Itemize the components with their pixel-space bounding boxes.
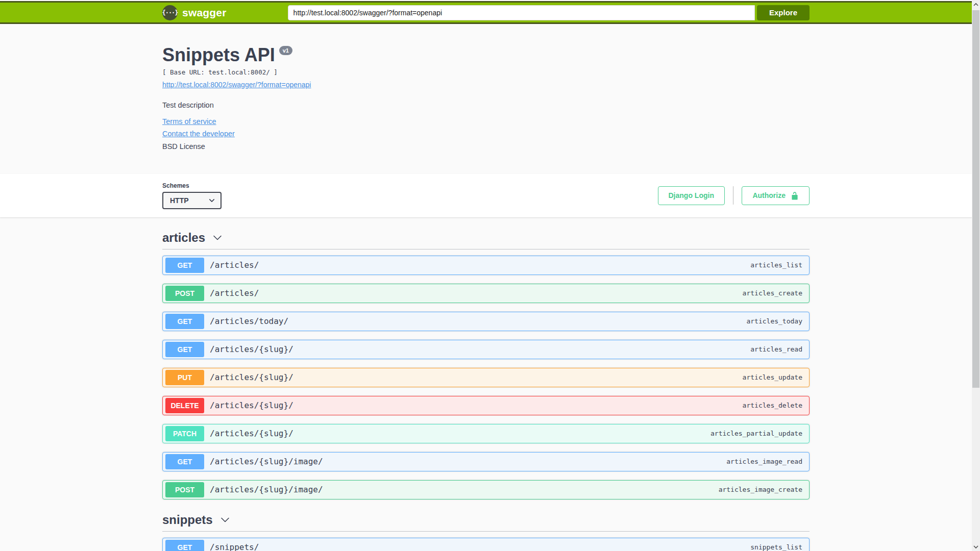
method-badge: GET <box>165 258 204 273</box>
method-badge: PATCH <box>165 426 204 441</box>
operation-path: /articles/{slug}/ <box>210 429 293 438</box>
operation-id: articles_today <box>746 317 802 325</box>
django-login-button[interactable]: Django Login <box>658 186 725 205</box>
version-badge: v1 <box>279 46 292 55</box>
django-login-label: Django Login <box>669 191 714 199</box>
section-header[interactable]: snippets <box>162 513 810 532</box>
operation-path: /articles/ <box>210 288 259 298</box>
license-text: BSD License <box>162 142 810 151</box>
operation-row[interactable]: GET /articles/{slug}/ articles_read <box>162 340 810 359</box>
info-section: Snippets API v1 [ Base URL: test.local:8… <box>0 24 972 174</box>
schemes-label: Schemes <box>162 182 222 189</box>
terms-of-service-link[interactable]: Terms of service <box>162 117 216 126</box>
schemes-block: Schemes HTTP <box>162 182 222 209</box>
operation-id: articles_create <box>743 289 802 297</box>
base-url: [ Base URL: test.local:8002/ ] <box>162 68 810 76</box>
operation-id: articles_partial_update <box>710 430 802 437</box>
operation-row[interactable]: POST /articles/ articles_create <box>162 284 810 303</box>
authorize-button[interactable]: Authorize <box>742 186 810 205</box>
method-badge: PUT <box>165 370 204 385</box>
operation-list: GET /articles/ articles_list POST /artic… <box>162 256 810 499</box>
operation-row[interactable]: GET /articles/{slug}/image/ articles_ima… <box>162 452 810 471</box>
api-title-text: Snippets API <box>162 45 275 65</box>
operation-row[interactable]: PUT /articles/{slug}/ articles_update <box>162 368 810 387</box>
operation-row[interactable]: PATCH /articles/{slug}/ articles_partial… <box>162 424 810 443</box>
operation-path: /articles/{slug}/ <box>210 372 293 382</box>
operation-path: /articles/ <box>210 260 259 270</box>
vertical-scrollbar[interactable] <box>972 0 980 551</box>
operation-row[interactable]: GET /articles/ articles_list <box>162 256 810 275</box>
operation-path: /articles/{slug}/ <box>210 400 293 410</box>
page-title: Snippets API v1 <box>162 45 810 65</box>
operation-id: articles_image_create <box>719 486 802 493</box>
method-badge: POST <box>165 482 204 497</box>
chevron-down-icon <box>212 233 223 243</box>
api-tag-section: articles GET /articles/ articles_list PO… <box>162 231 810 499</box>
contact-developer-link[interactable]: Contact the developer <box>162 130 235 138</box>
auth-wrapper: Django Login Authorize <box>658 186 810 205</box>
operation-row[interactable]: GET /articles/today/ articles_today <box>162 312 810 331</box>
operation-id: articles_delete <box>743 402 802 409</box>
operation-list: GET /snippets/ snippets_list <box>162 538 810 551</box>
scrollbar-thumb[interactable] <box>972 10 979 388</box>
section-title: snippets <box>162 513 213 527</box>
operation-path: /articles/today/ <box>210 316 288 326</box>
operation-row[interactable]: GET /snippets/ snippets_list <box>162 538 810 551</box>
operation-path: /articles/{slug}/image/ <box>210 457 323 466</box>
method-badge: POST <box>165 286 204 301</box>
download-url-wrapper: Explore <box>288 5 810 20</box>
spec-link[interactable]: http://test.local:8002/swagger/?format=o… <box>162 81 311 89</box>
operation-path: /snippets/ <box>210 542 259 551</box>
explore-button[interactable]: Explore <box>757 5 810 20</box>
chevron-down-icon <box>220 515 230 525</box>
method-badge: GET <box>165 342 204 357</box>
method-badge: GET <box>165 314 204 329</box>
operation-path: /articles/{slug}/ <box>210 344 293 354</box>
scrollbar-down-arrow[interactable] <box>972 542 980 551</box>
operation-id: articles_update <box>743 373 802 381</box>
schemes-select[interactable]: HTTP <box>162 192 222 209</box>
operation-id: articles_image_read <box>726 458 802 465</box>
swagger-logo-icon: {···} <box>162 5 178 20</box>
api-tag-section: snippets GET /snippets/ snippets_list <box>162 513 810 551</box>
scrollbar-up-arrow[interactable] <box>972 0 980 9</box>
api-sections: articles GET /articles/ articles_list PO… <box>162 231 810 551</box>
chevron-down-icon <box>973 545 978 549</box>
operation-id: articles_list <box>750 261 802 269</box>
schemes-selected-value: HTTP <box>170 196 189 205</box>
authorize-label: Authorize <box>752 191 786 199</box>
chevron-up-icon <box>973 3 978 7</box>
operation-row[interactable]: POST /articles/{slug}/image/ articles_im… <box>162 480 810 499</box>
method-badge: GET <box>165 454 204 469</box>
auth-divider <box>733 186 734 205</box>
operation-id: snippets_list <box>750 543 802 551</box>
section-title: articles <box>162 231 205 245</box>
spec-url-input[interactable] <box>288 5 755 20</box>
operation-row[interactable]: DELETE /articles/{slug}/ articles_delete <box>162 396 810 415</box>
method-badge: DELETE <box>165 398 204 413</box>
api-description: Test description <box>162 101 810 109</box>
chevron-down-icon <box>208 197 215 204</box>
method-badge: GET <box>165 540 204 551</box>
page: {···} swagger Explore Snippets API v1 [ … <box>0 0 972 551</box>
section-header[interactable]: articles <box>162 231 810 249</box>
swagger-logo[interactable]: {···} swagger <box>162 5 227 20</box>
scheme-container: Schemes HTTP Django Login Authorize <box>0 174 972 217</box>
operation-path: /articles/{slug}/image/ <box>210 485 323 494</box>
topbar: {···} swagger Explore <box>0 1 972 24</box>
operation-id: articles_read <box>750 345 802 353</box>
swagger-logo-text: swagger <box>182 7 227 19</box>
unlock-icon <box>791 191 799 200</box>
